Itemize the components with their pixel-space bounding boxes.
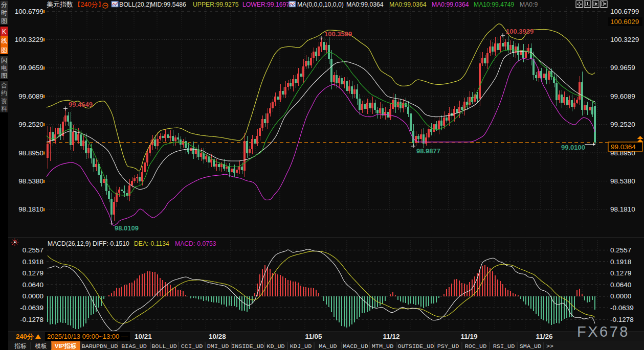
svg-text:0.2557: 0.2557 xyxy=(610,246,631,254)
svg-text:11/12: 11/12 xyxy=(383,333,399,340)
svg-text:-0.1278: -0.1278 xyxy=(610,316,634,323)
svg-text:KDJ_UD: KDJ_UD xyxy=(290,343,312,350)
svg-text:98.8950: 98.8950 xyxy=(18,149,43,157)
svg-text:100.6799: 100.6799 xyxy=(15,8,43,15)
svg-text:98.0109: 98.0109 xyxy=(115,224,139,232)
svg-text:100.3939: 100.3939 xyxy=(506,28,534,35)
svg-text:BIAS_UD: BIAS_UD xyxy=(121,343,147,350)
svg-text:2025/10/13 09:00~13:00 —: 2025/10/13 09:00~13:00 — xyxy=(47,333,128,340)
svg-text:BOLL_UD: BOLL_UD xyxy=(151,343,177,350)
svg-text:MID:99.5486: MID:99.5486 xyxy=(150,1,186,8)
svg-text:VIP指标: VIP指标 xyxy=(55,342,77,349)
svg-text:100.3229: 100.3229 xyxy=(15,36,43,43)
svg-text:图: 图 xyxy=(1,17,7,25)
svg-text:LOWER:99.1697: LOWER:99.1697 xyxy=(242,1,290,8)
svg-text:电: 电 xyxy=(1,64,7,72)
svg-text:98.5380: 98.5380 xyxy=(18,177,43,185)
svg-text:分: 分 xyxy=(1,1,7,8)
svg-text:美元指数: 美元指数 xyxy=(47,1,73,8)
svg-text:240分: 240分 xyxy=(16,333,34,340)
svg-text:99.9659: 99.9659 xyxy=(18,64,43,72)
svg-text:MA_UD: MA_UD xyxy=(319,343,337,350)
svg-text:11/05: 11/05 xyxy=(305,333,322,340)
svg-text:INSIDE_UD: INSIDE_UD xyxy=(231,343,264,350)
svg-text:0.0000: 0.0000 xyxy=(610,292,631,300)
svg-text:线: 线 xyxy=(1,37,7,44)
svg-text:10/21: 10/21 xyxy=(135,333,152,340)
svg-text:料: 料 xyxy=(1,105,7,112)
svg-text:FX678: FX678 xyxy=(577,323,630,340)
svg-text:-0.1278: -0.1278 xyxy=(20,316,43,323)
svg-text:约: 约 xyxy=(1,89,7,97)
svg-text:100.3229: 100.3229 xyxy=(610,36,639,43)
svg-text:MA0:99.0364: MA0:99.0364 xyxy=(432,1,469,8)
svg-text:99.2520: 99.2520 xyxy=(610,121,635,128)
svg-text:SMA_UD: SMA_UD xyxy=(520,343,541,350)
svg-text:MA0:99.0364: MA0:99.0364 xyxy=(346,1,384,8)
svg-text:100.3599: 100.3599 xyxy=(324,30,352,38)
svg-text:【240分】: 【240分】 xyxy=(74,1,104,8)
svg-text:PSY_UD: PSY_UD xyxy=(437,343,459,350)
svg-text:0.0000: 0.0000 xyxy=(23,292,43,300)
svg-text:MA10:99.4749: MA10:99.4749 xyxy=(474,1,515,8)
svg-text:MA0:9: MA0:9 xyxy=(520,1,538,8)
svg-text:11/19: 11/19 xyxy=(460,333,477,340)
svg-text:99.4649: 99.4649 xyxy=(69,101,93,108)
svg-text:0.1918: 0.1918 xyxy=(610,258,631,266)
svg-text:KD_UD: KD_UD xyxy=(267,343,284,350)
svg-text:DMI_UD: DMI_UD xyxy=(207,343,229,350)
svg-text:BARUPDN_UD: BARUPDN_UD xyxy=(82,343,118,350)
svg-text:99.0364: 99.0364 xyxy=(611,143,636,151)
svg-text:-0.0639: -0.0639 xyxy=(610,304,634,312)
svg-text:模板: 模板 xyxy=(35,342,47,349)
svg-text:0.2557: 0.2557 xyxy=(23,246,43,254)
svg-text:0.0640: 0.0640 xyxy=(23,281,43,289)
svg-text:10/28: 10/28 xyxy=(209,333,226,340)
svg-text:MA0:99.0364: MA0:99.0364 xyxy=(389,1,427,8)
svg-text:OUTSIDE_UD: OUTSIDE_UD xyxy=(398,343,434,350)
svg-text:100.6799: 100.6799 xyxy=(610,8,639,15)
svg-text:0.0640: 0.0640 xyxy=(610,281,631,289)
svg-text:-0.0639: -0.0639 xyxy=(20,304,43,312)
svg-text:0.1918: 0.1918 xyxy=(23,258,43,266)
svg-text:0.1279: 0.1279 xyxy=(23,269,43,277)
svg-text:图: 图 xyxy=(1,46,7,54)
svg-text:99.6089: 99.6089 xyxy=(18,92,43,100)
svg-text:100.6029: 100.6029 xyxy=(610,18,639,26)
svg-text:99.9659: 99.9659 xyxy=(610,64,635,72)
svg-text:98.5380: 98.5380 xyxy=(610,177,635,185)
svg-text:资: 资 xyxy=(1,98,7,105)
svg-text:MACD:-0.0753: MACD:-0.0753 xyxy=(175,240,216,247)
svg-text:MA(0,0,0,10,0,0): MA(0,0,0,10,0,0) xyxy=(297,1,344,8)
svg-text:MTM_UD: MTM_UD xyxy=(372,343,393,350)
svg-text:98.1810: 98.1810 xyxy=(18,205,43,213)
svg-text:>>: >> xyxy=(546,342,553,349)
svg-text:99.2520: 99.2520 xyxy=(18,121,43,128)
svg-text:11/26: 11/26 xyxy=(536,333,553,340)
svg-text:K: K xyxy=(2,28,6,35)
svg-text:RSI_UD: RSI_UD xyxy=(493,343,515,350)
svg-text:ROC_UD: ROC_UD xyxy=(465,343,486,350)
svg-text:时: 时 xyxy=(1,9,7,16)
svg-text:指标: 指标 xyxy=(14,342,27,349)
svg-text:CCI_UD: CCI_UD xyxy=(181,343,203,350)
svg-text:图: 图 xyxy=(1,72,7,79)
svg-text:DEA:-0.1134: DEA:-0.1134 xyxy=(134,240,169,247)
svg-text:MACD(26,12,9) DIFF:-0.1510: MACD(26,12,9) DIFF:-0.1510 xyxy=(48,240,129,247)
svg-text:合: 合 xyxy=(1,82,7,89)
svg-text:UPPER:99.9275: UPPER:99.9275 xyxy=(193,1,239,8)
svg-text:98.9877: 98.9877 xyxy=(416,147,440,155)
svg-text:99.6089: 99.6089 xyxy=(610,92,635,100)
svg-text:99.0100: 99.0100 xyxy=(561,144,585,151)
svg-text:MACD_UD: MACD_UD xyxy=(343,343,368,350)
svg-text:BOLL(20,2): BOLL(20,2) xyxy=(119,1,151,8)
svg-text:0.1279: 0.1279 xyxy=(610,269,631,277)
svg-text:闪: 闪 xyxy=(1,57,7,64)
svg-text:98.1810: 98.1810 xyxy=(610,205,635,213)
